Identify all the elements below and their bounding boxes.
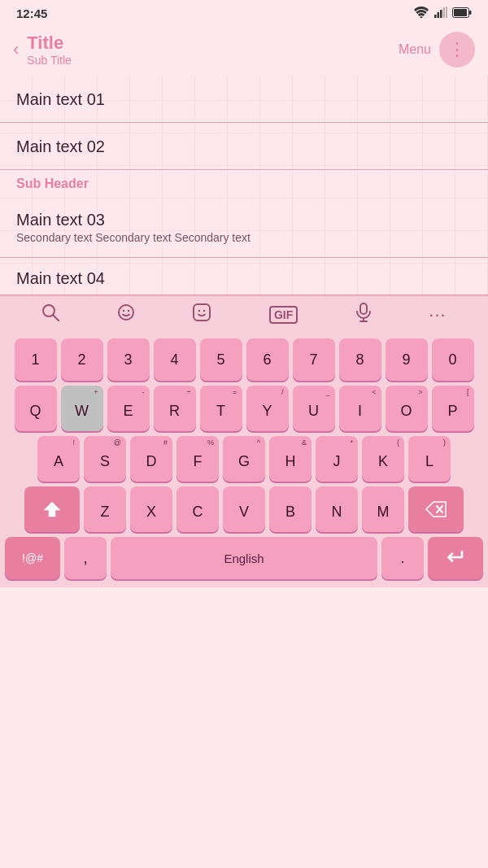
enter-key[interactable] (428, 537, 483, 579)
svg-rect-3 (440, 10, 442, 18)
key-6[interactable]: 6 (246, 338, 289, 381)
list-item-secondary-3: Secondary text Secondary text Secondary … (16, 231, 472, 244)
list-container: Main text 01 Main text 02 Sub Header Mai… (0, 76, 488, 295)
key-5[interactable]: 5 (200, 338, 242, 381)
status-icons (413, 7, 472, 20)
keyboard: 1 2 3 4 5 6 7 8 9 0 Q +W -E ÷R =T /Y _U … (0, 334, 488, 587)
key-c[interactable]: C (176, 486, 219, 532)
key-r[interactable]: ÷R (154, 386, 196, 431)
key-1[interactable]: 1 (15, 338, 57, 381)
comma-key[interactable]: , (64, 537, 107, 579)
key-f[interactable]: %F (176, 436, 219, 482)
svg-point-13 (128, 310, 129, 312)
key-m[interactable]: M (362, 486, 404, 532)
key-row-mid: !A @S #D %F ^G &H *J (K )L (5, 436, 483, 482)
signal-icon (434, 7, 447, 20)
key-row-top: Q +W -E ÷R =T /Y _U <I >O [P (5, 386, 483, 431)
back-button[interactable]: ‹ (13, 39, 19, 60)
key-4[interactable]: 4 (154, 338, 196, 381)
svg-rect-2 (438, 12, 440, 18)
content-area: Main text 01 Main text 02 Sub Header Mai… (0, 76, 488, 295)
svg-rect-4 (443, 7, 446, 18)
status-bar: 12:45 (0, 0, 488, 24)
sub-header-text: Sub Header (16, 177, 89, 190)
search-icon[interactable] (41, 303, 59, 326)
list-item-partial[interactable]: Main text 04 (0, 258, 488, 295)
menu-label[interactable]: Menu (399, 42, 431, 57)
key-t[interactable]: =T (200, 386, 242, 431)
emoji-icon[interactable] (117, 303, 135, 326)
sub-header-row: Sub Header (0, 170, 488, 196)
svg-point-15 (198, 310, 201, 312)
key-row-numbers: 1 2 3 4 5 6 7 8 9 0 (5, 338, 483, 381)
page-subtitle: Sub Title (27, 54, 399, 67)
list-item[interactable]: Main text 03 Secondary text Secondary te… (0, 196, 488, 258)
key-h[interactable]: &H (269, 436, 312, 482)
key-p[interactable]: [P (432, 386, 474, 431)
list-item-main-3: Main text 03 (16, 211, 472, 229)
mic-icon[interactable] (355, 303, 372, 327)
shift-key[interactable] (24, 486, 80, 532)
key-i[interactable]: <I (339, 386, 381, 431)
status-time: 12:45 (16, 7, 47, 20)
svg-rect-7 (454, 9, 467, 16)
key-x[interactable]: X (130, 486, 172, 532)
svg-rect-8 (469, 11, 472, 15)
svg-point-0 (420, 16, 423, 18)
list-item[interactable]: Main text 01 (0, 76, 488, 123)
list-item-main-4: Main text 04 (16, 269, 472, 288)
key-s[interactable]: @S (84, 436, 126, 482)
key-w[interactable]: +W (61, 386, 103, 431)
key-k[interactable]: (K (362, 436, 404, 482)
key-e[interactable]: -E (107, 386, 150, 431)
backspace-key[interactable] (408, 486, 464, 532)
key-v[interactable]: V (223, 486, 265, 532)
list-item-main-2: Main text 02 (16, 137, 472, 156)
key-n[interactable]: N (316, 486, 358, 532)
key-9[interactable]: 9 (386, 338, 428, 381)
key-y[interactable]: /Y (246, 386, 289, 431)
more-icon[interactable]: ··· (429, 304, 446, 325)
key-0[interactable]: 0 (432, 338, 474, 381)
key-3[interactable]: 3 (107, 338, 150, 381)
keyboard-toolbar: GIF ··· (0, 295, 488, 334)
key-j[interactable]: *J (316, 436, 358, 482)
period-key[interactable]: . (381, 537, 424, 579)
key-z[interactable]: Z (84, 486, 126, 532)
svg-rect-17 (360, 303, 367, 314)
svg-line-10 (54, 316, 59, 321)
svg-point-12 (123, 310, 124, 312)
svg-rect-5 (446, 7, 447, 18)
key-8[interactable]: 8 (339, 338, 381, 381)
key-q[interactable]: Q (15, 386, 57, 431)
space-key[interactable]: English (111, 537, 377, 579)
list-item[interactable]: Main text 02 (0, 123, 488, 170)
key-7[interactable]: 7 (293, 338, 335, 381)
header-titles: Title Sub Title (27, 33, 399, 67)
menu-dots-icon: ⋮ (448, 39, 467, 60)
menu-dots-button[interactable]: ⋮ (439, 32, 475, 68)
svg-rect-1 (434, 15, 437, 18)
battery-icon (452, 7, 472, 20)
key-row-bottom: !@# , English . (5, 537, 483, 579)
key-a[interactable]: !A (37, 436, 80, 482)
key-row-bot: Z X C V B N M (5, 486, 483, 532)
header: ‹ Title Sub Title Menu ⋮ (0, 24, 488, 76)
key-u[interactable]: _U (293, 386, 335, 431)
page-title: Title (27, 33, 399, 54)
key-g[interactable]: ^G (223, 436, 265, 482)
svg-point-16 (203, 310, 206, 312)
list-item-main-1: Main text 01 (16, 90, 472, 109)
wifi-icon (413, 7, 429, 20)
svg-rect-14 (194, 304, 210, 321)
key-2[interactable]: 2 (61, 338, 103, 381)
gif-icon[interactable]: GIF (269, 306, 298, 324)
sym-key[interactable]: !@# (5, 537, 60, 579)
key-d[interactable]: #D (130, 436, 172, 482)
key-l[interactable]: )L (408, 436, 451, 482)
svg-point-11 (119, 305, 133, 320)
key-o[interactable]: >O (386, 386, 428, 431)
key-b[interactable]: B (269, 486, 312, 532)
sticker-icon[interactable] (192, 303, 211, 327)
header-right: Menu ⋮ (399, 32, 475, 68)
